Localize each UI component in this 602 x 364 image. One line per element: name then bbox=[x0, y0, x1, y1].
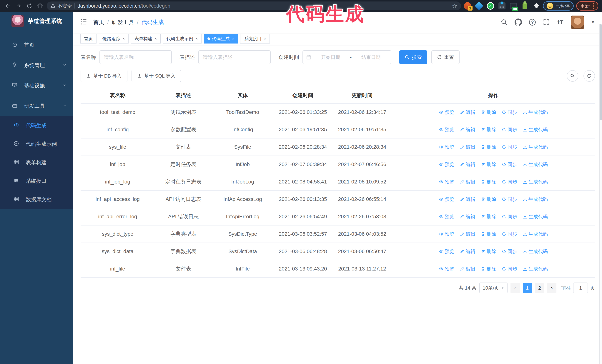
sql-import-button[interactable]: 基于 SQL 导入 bbox=[131, 70, 181, 82]
tab-view-5[interactable]: 系统接口× bbox=[240, 34, 270, 43]
action-edit-link[interactable]: 编辑 bbox=[460, 212, 475, 221]
puzzle-extension-icon[interactable] bbox=[533, 2, 540, 10]
action-sync-link[interactable]: 同步 bbox=[502, 143, 517, 151]
browser-back-button[interactable] bbox=[4, 2, 12, 10]
action-sync-link[interactable]: 同步 bbox=[502, 230, 517, 238]
action-sync-link[interactable]: 同步 bbox=[502, 212, 517, 221]
app-logo[interactable]: 芋道管理系统 bbox=[0, 12, 73, 30]
action-generate-link[interactable]: 生成代码 bbox=[523, 195, 548, 203]
sidebar-item-gear[interactable]: 系统管理 bbox=[0, 55, 73, 75]
action-generate-link[interactable]: 生成代码 bbox=[523, 212, 548, 221]
robot-extension-icon[interactable] bbox=[521, 2, 529, 10]
sidebar-item-infrastructure[interactable]: 基础设施 bbox=[0, 75, 73, 96]
action-sync-link[interactable]: 同步 bbox=[502, 108, 517, 116]
action-preview-link[interactable]: 预览 bbox=[439, 143, 454, 151]
db-import-button[interactable]: 基于 DB 导入 bbox=[81, 70, 128, 82]
action-generate-link[interactable]: 生成代码 bbox=[523, 177, 548, 186]
action-delete-link[interactable]: 删除 bbox=[481, 230, 496, 238]
action-sync-link[interactable]: 同步 bbox=[502, 160, 517, 169]
sidebar-toggle-button[interactable] bbox=[80, 18, 88, 26]
search-button[interactable]: 搜索 bbox=[399, 50, 427, 64]
action-delete-link[interactable]: 删除 bbox=[481, 247, 496, 256]
action-preview-link[interactable]: 预览 bbox=[439, 265, 454, 273]
action-delete-link[interactable]: 删除 bbox=[481, 108, 496, 116]
action-preview-link[interactable]: 预览 bbox=[439, 108, 454, 116]
action-preview-link[interactable]: 预览 bbox=[439, 177, 454, 186]
kebab-menu-icon[interactable] bbox=[593, 3, 594, 9]
github-link[interactable] bbox=[515, 19, 522, 26]
sidebar-subitem-database-doc[interactable]: 数据库文档 bbox=[0, 190, 73, 209]
action-generate-link[interactable]: 生成代码 bbox=[523, 143, 548, 151]
bookmark-star-icon[interactable]: ☆ bbox=[452, 2, 457, 10]
browser-forward-button[interactable] bbox=[14, 2, 22, 10]
security-warning[interactable]: 不安全 bbox=[50, 3, 72, 9]
action-edit-link[interactable]: 编辑 bbox=[460, 125, 475, 134]
update-button[interactable]: 更新 bbox=[576, 1, 598, 10]
action-edit-link[interactable]: 编辑 bbox=[460, 143, 475, 151]
fullscreen-button[interactable] bbox=[543, 19, 550, 26]
action-edit-link[interactable]: 编辑 bbox=[460, 265, 475, 273]
breadcrumb-item[interactable]: 首页 bbox=[93, 19, 104, 26]
action-delete-link[interactable]: 删除 bbox=[481, 265, 496, 273]
action-generate-link[interactable]: 生成代码 bbox=[523, 160, 548, 169]
action-edit-link[interactable]: 编辑 bbox=[460, 195, 475, 203]
tampermonkey-extension-icon[interactable]: 1 bbox=[464, 2, 472, 10]
sidebar-subitem-form-build[interactable]: 表单构建 bbox=[0, 153, 73, 172]
browser-reload-button[interactable] bbox=[25, 2, 33, 10]
help-button[interactable]: ? bbox=[529, 19, 536, 26]
tab-view-2[interactable]: 表单构建× bbox=[131, 34, 161, 43]
switch-on-extension-icon[interactable]: on bbox=[510, 2, 517, 10]
action-delete-link[interactable]: 删除 bbox=[481, 125, 496, 134]
close-icon[interactable]: × bbox=[232, 36, 234, 41]
action-edit-link[interactable]: 编辑 bbox=[460, 177, 475, 186]
paused-badge[interactable]: ☺ 已暂停 bbox=[543, 1, 574, 10]
page-button-1[interactable]: 1 bbox=[523, 283, 532, 293]
sidebar-subitem-code[interactable]: 代码生成 bbox=[0, 116, 73, 135]
sidebar-subitem-api[interactable]: 系统接口 bbox=[0, 172, 73, 190]
action-preview-link[interactable]: 预览 bbox=[439, 195, 454, 203]
action-edit-link[interactable]: 编辑 bbox=[460, 160, 475, 169]
action-generate-link[interactable]: 生成代码 bbox=[523, 247, 548, 256]
tab-view-3[interactable]: 代码生成示例× bbox=[163, 34, 202, 43]
action-generate-link[interactable]: 生成代码 bbox=[523, 125, 548, 134]
action-preview-link[interactable]: 预览 bbox=[439, 230, 454, 238]
close-icon[interactable]: × bbox=[195, 36, 198, 41]
reset-button[interactable]: 重置 bbox=[431, 50, 460, 64]
page-button-2[interactable]: 2 bbox=[535, 283, 544, 293]
action-sync-link[interactable]: 同步 bbox=[502, 195, 517, 203]
action-preview-link[interactable]: 预览 bbox=[439, 125, 454, 134]
action-edit-link[interactable]: 编辑 bbox=[460, 247, 475, 256]
action-sync-link[interactable]: 同步 bbox=[502, 177, 517, 186]
action-preview-link[interactable]: 预览 bbox=[439, 247, 454, 256]
font-size-button[interactable]: tT bbox=[557, 19, 564, 26]
action-delete-link[interactable]: 删除 bbox=[481, 212, 496, 221]
address-bar[interactable]: 不安全 dashboard.yudao.iocoder.cn/tool/code… bbox=[47, 1, 461, 10]
action-generate-link[interactable]: 生成代码 bbox=[523, 108, 548, 116]
refresh-table-button[interactable] bbox=[583, 70, 595, 82]
action-delete-link[interactable]: 删除 bbox=[481, 143, 496, 151]
action-delete-link[interactable]: 删除 bbox=[481, 195, 496, 203]
table-desc-input[interactable] bbox=[198, 50, 271, 64]
header-search-button[interactable] bbox=[501, 19, 508, 26]
user-avatar[interactable] bbox=[571, 16, 584, 29]
avatar-caret-icon[interactable]: ▼ bbox=[591, 20, 595, 25]
sidebar-subitem-example[interactable]: 代码生成示例 bbox=[0, 135, 73, 153]
action-delete-link[interactable]: 删除 bbox=[481, 177, 496, 186]
goto-page-input[interactable] bbox=[573, 282, 588, 293]
action-sync-link[interactable]: 同步 bbox=[502, 125, 517, 134]
action-sync-link[interactable]: 同步 bbox=[502, 265, 517, 273]
action-generate-link[interactable]: 生成代码 bbox=[523, 230, 548, 238]
action-generate-link[interactable]: 生成代码 bbox=[523, 265, 548, 273]
grid-extension-icon[interactable] bbox=[498, 2, 506, 10]
close-icon[interactable]: × bbox=[154, 36, 157, 41]
action-delete-link[interactable]: 删除 bbox=[481, 160, 496, 169]
close-icon[interactable]: × bbox=[264, 36, 266, 41]
browser-home-button[interactable] bbox=[36, 2, 44, 10]
action-preview-link[interactable]: 预览 bbox=[439, 212, 454, 221]
action-preview-link[interactable]: 预览 bbox=[439, 160, 454, 169]
action-edit-link[interactable]: 编辑 bbox=[460, 108, 475, 116]
close-icon[interactable]: × bbox=[122, 36, 125, 41]
action-edit-link[interactable]: 编辑 bbox=[460, 230, 475, 238]
green-check-extension-icon[interactable]: ✓ bbox=[487, 2, 494, 10]
tab-view-4[interactable]: 代码生成× bbox=[204, 34, 238, 43]
